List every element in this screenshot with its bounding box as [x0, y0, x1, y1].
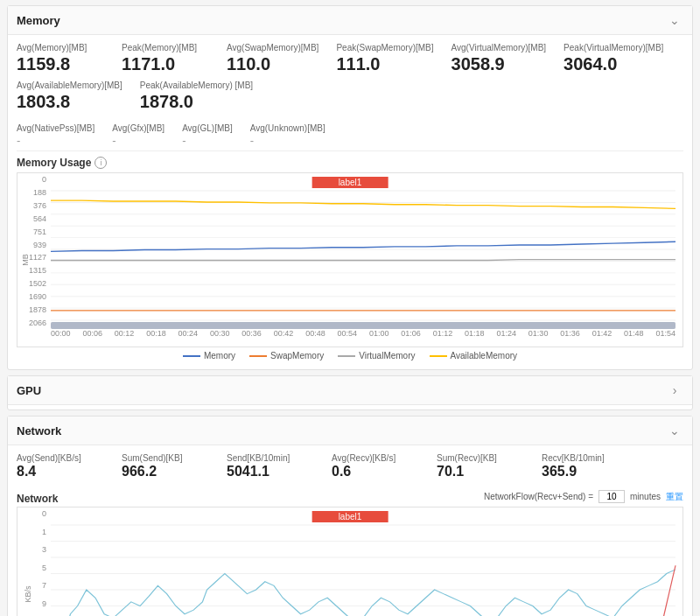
network-flow-label: NetworkFlow(Recv+Send) = [484, 492, 593, 501]
network-y-label: 7 [18, 581, 49, 590]
memory-x-label: 01:54 [655, 329, 676, 338]
memory-stat-item: Peak(SwapMemory)[MB]111.0 [336, 42, 433, 74]
memory-y-label: 188 [18, 188, 49, 197]
legend-label: VirtualMemory [359, 351, 415, 360]
memory-stat2-value: - [250, 134, 326, 147]
memory-x-label: 01:18 [465, 329, 485, 338]
network-chart-area [51, 525, 676, 616]
memory-chart-area [51, 191, 676, 320]
memory-x-label: 01:12 [433, 329, 453, 338]
memory-x-label: 00:36 [242, 329, 262, 338]
memory-x-label: 01:48 [624, 329, 644, 338]
memory-y-label: 751 [18, 228, 49, 236]
network-stat-value: 5041.1 [227, 464, 314, 480]
network-y-label: 9 [18, 599, 49, 608]
memory-stat-item: Peak(AvailableMemory) [MB]1878.0 [140, 80, 253, 112]
network-body: Avg(Send)[KB/s]8.4Sum(Send)[KB]966.2Send… [8, 445, 692, 616]
memory-x-label: 00:48 [305, 329, 326, 338]
memory-stat-label: Avg(AvailableMemory)[MB] [17, 80, 122, 91]
memory-scrollbar-thumb [51, 322, 676, 329]
memory-x-label: 01:30 [528, 329, 549, 338]
memory-legend: MemorySwapMemoryVirtualMemoryAvailableMe… [17, 347, 683, 362]
network-stat-label: Sum(Send)[KB] [122, 452, 209, 464]
legend-label: SwapMemory [270, 351, 324, 360]
legend-color [430, 355, 447, 357]
memory-stat-label: Peak(AvailableMemory) [MB] [140, 80, 253, 91]
memory-stat-value: 1171.0 [122, 53, 209, 74]
memory-stat-value: 3058.9 [452, 53, 547, 74]
memory-stat2-item: Avg(GL)[MB]- [182, 122, 233, 147]
memory-scrollbar[interactable] [51, 322, 676, 329]
memory-stat-label: Peak(SwapMemory)[MB] [336, 42, 433, 53]
memory-stat2-label: Avg(NativePss)[MB] [17, 122, 94, 134]
memory-x-label: 00:06 [82, 329, 102, 338]
memory-info-icon[interactable]: i [94, 157, 107, 169]
memory-body: Avg(Memory)[MB]1159.8Peak(Memory)[MB]117… [8, 35, 692, 369]
network-chart-section: Network NetworkFlow(Recv+Send) = minutes… [17, 490, 683, 616]
memory-stat2-item: Avg(NativePss)[MB]- [17, 122, 94, 147]
memory-stat-value: 3064.0 [564, 53, 663, 74]
memory-y-label: 376 [18, 201, 49, 210]
memory-stat2-label: Avg(Gfx)[MB] [112, 122, 164, 134]
memory-stat-item: Avg(AvailableMemory)[MB]1803.8 [17, 80, 122, 112]
memory-chart-title: Memory Usage [17, 157, 91, 169]
memory-y-label: 1878 [18, 305, 49, 314]
memory-collapse-btn[interactable]: ⌄ [666, 11, 683, 29]
network-title: Network [17, 424, 61, 438]
memory-chart-svg [51, 191, 676, 320]
memory-header: Memory ⌄ [8, 6, 692, 35]
memory-stat2-label: Avg(Unknown)[MB] [250, 122, 326, 134]
network-options: NetworkFlow(Recv+Send) = minutes 重置 [484, 490, 683, 503]
memory-stat-value: 111.0 [336, 53, 433, 74]
memory-stat-label: Peak(Memory)[MB] [122, 42, 209, 53]
memory-y-label: 1315 [18, 266, 49, 275]
network-flow-input[interactable] [598, 490, 625, 503]
gpu-header: GPU › [8, 376, 692, 405]
memory-x-label: 01:36 [560, 329, 580, 338]
memory-chart-section: Memory Usage i label1 206618781690150213… [17, 157, 683, 362]
legend-label: Memory [204, 351, 235, 360]
gpu-collapse-btn[interactable]: › [666, 382, 683, 399]
network-chart-svg [51, 525, 676, 616]
network-stat-item: Avg(Send)[KB/s]8.4 [17, 452, 104, 480]
memory-x-label: 00:42 [274, 329, 294, 338]
memory-y-label: 0 [18, 175, 49, 184]
memory-y-label: 939 [18, 241, 49, 249]
network-flow-unit: minutes [630, 492, 661, 501]
memory-chart-label: label1 [312, 177, 388, 188]
network-header: Network ⌄ [8, 416, 692, 445]
memory-x-label: 00:54 [338, 329, 358, 338]
memory-stat-item: Peak(Memory)[MB]1171.0 [122, 42, 209, 74]
network-stat-label: Avg(Recv)[KB/s] [332, 452, 419, 464]
network-stat-value: 0.6 [332, 464, 419, 480]
memory-x-label: 00:18 [146, 329, 166, 338]
network-stat-label: Send[KB/10min] [227, 452, 314, 464]
network-stat-label: Avg(Send)[KB/s] [17, 452, 104, 464]
memory-stat2-item: Avg(Unknown)[MB]- [250, 122, 326, 147]
memory-stat-item: Peak(VirtualMemory)[MB]3064.0 [564, 42, 663, 74]
memory-stat-value: 1159.8 [17, 53, 104, 74]
memory-stats-row2: Avg(NativePss)[MB]-Avg(Gfx)[MB]-Avg(GL)[… [17, 122, 683, 147]
network-stats-row: Avg(Send)[KB/s]8.4Sum(Send)[KB]966.2Send… [17, 452, 683, 485]
memory-stat-label: Avg(VirtualMemory)[MB] [452, 42, 547, 53]
network-stat-item: Send[KB/10min]5041.1 [227, 452, 314, 480]
network-stat-value: 966.2 [122, 464, 209, 480]
network-reset-link[interactable]: 重置 [666, 491, 683, 503]
network-collapse-btn[interactable]: ⌄ [666, 422, 683, 439]
memory-chart-container: label1 206618781690150213151127939751564… [17, 172, 683, 347]
legend-color [338, 355, 355, 357]
memory-stat2-label: Avg(GL)[MB] [182, 122, 233, 134]
memory-y-label: 1502 [18, 279, 49, 288]
network-stat-label: Recv[KB/10min] [542, 452, 629, 464]
network-y-label: 1 [18, 528, 49, 536]
memory-legend-item: AvailableMemory [430, 351, 518, 360]
memory-chart-title-row: Memory Usage i [17, 157, 683, 169]
memory-x-label: 01:42 [592, 329, 612, 338]
network-stat-item: Sum(Send)[KB]966.2 [122, 452, 209, 480]
network-y-unit: KB/s [24, 585, 32, 602]
memory-stat2-value: - [112, 134, 164, 147]
memory-y-axis: 2066187816901502131511279397515643761880 [18, 173, 51, 329]
memory-x-label: 01:24 [496, 329, 516, 338]
memory-stat-value: 1803.8 [17, 91, 122, 112]
network-chart-container: label1 151311975310 KB/s [17, 507, 683, 616]
